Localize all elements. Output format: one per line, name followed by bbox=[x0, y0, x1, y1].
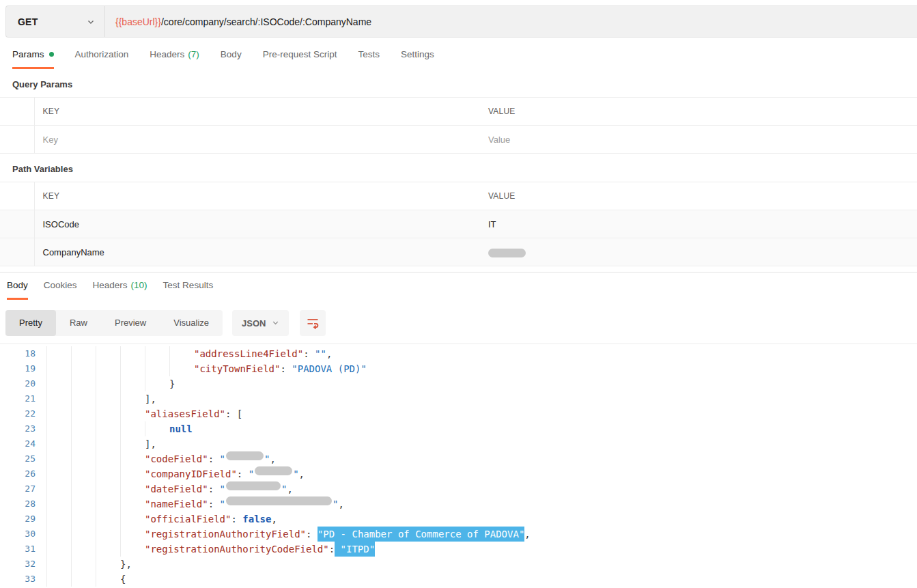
request-tab-settings[interactable]: Settings bbox=[401, 49, 434, 69]
indent-guide bbox=[71, 572, 96, 587]
indent-guide bbox=[96, 527, 120, 542]
indent-guide bbox=[46, 542, 71, 557]
indent-guide bbox=[71, 391, 96, 406]
code-token: " bbox=[249, 466, 254, 481]
code-token: : bbox=[329, 542, 335, 557]
view-mode-pretty[interactable]: Pretty bbox=[5, 310, 56, 336]
code-token: "companyIDField" bbox=[145, 466, 237, 481]
code-token: null bbox=[169, 421, 193, 436]
path-key-cell[interactable]: CompanyName bbox=[34, 238, 480, 266]
line-number: 26 bbox=[0, 466, 36, 481]
code-token: "registrationAuthorityCodeField" bbox=[145, 542, 329, 557]
indent-guide bbox=[120, 527, 145, 542]
indent-guide bbox=[71, 557, 96, 572]
line-number: 32 bbox=[0, 557, 36, 572]
indent-guide bbox=[46, 451, 71, 466]
code-token: : bbox=[208, 451, 220, 466]
indent-guide bbox=[120, 376, 145, 391]
format-select[interactable]: JSON bbox=[232, 310, 289, 336]
indent-guide bbox=[96, 361, 120, 376]
tab-label: Settings bbox=[401, 49, 434, 59]
code-token: { bbox=[120, 572, 126, 587]
path-value-cell[interactable] bbox=[480, 238, 917, 266]
view-mode-preview[interactable]: Preview bbox=[101, 310, 160, 336]
indent-guide bbox=[71, 376, 96, 391]
indent-guide bbox=[71, 361, 96, 376]
code-line: 25"codeField": "", bbox=[0, 451, 917, 466]
indent-guide bbox=[96, 376, 120, 391]
indent-guide bbox=[71, 346, 96, 361]
method-label: GET bbox=[18, 16, 38, 27]
indent-guide bbox=[46, 527, 71, 542]
code-line: 23null bbox=[0, 421, 917, 436]
view-mode-visualize[interactable]: Visualize bbox=[160, 310, 223, 336]
request-tab-authorization[interactable]: Authorization bbox=[75, 49, 129, 69]
indent-guide bbox=[46, 391, 71, 406]
code-token: false bbox=[242, 512, 271, 527]
code-token: : bbox=[208, 481, 220, 496]
request-tab-tests[interactable]: Tests bbox=[358, 49, 380, 69]
indent-guide bbox=[120, 346, 145, 361]
code-token: , bbox=[287, 481, 292, 496]
path-value-cell[interactable]: IT bbox=[480, 210, 917, 238]
row-gutter bbox=[0, 98, 34, 126]
tab-label: Headers bbox=[150, 49, 184, 59]
line-number: 18 bbox=[0, 346, 36, 361]
method-selector[interactable]: GET bbox=[6, 6, 105, 37]
request-tab-pre-request-script[interactable]: Pre-request Script bbox=[263, 49, 337, 69]
indent-guide bbox=[120, 481, 145, 496]
query-key-input[interactable] bbox=[43, 135, 451, 145]
indent-guide bbox=[46, 346, 71, 361]
response-body-code[interactable]: 18"addressLine4Field": "",19"cityTownFie… bbox=[0, 344, 917, 587]
code-token: "cityTownField" bbox=[194, 361, 280, 376]
indent-guide bbox=[46, 557, 71, 572]
indent-guide bbox=[71, 406, 96, 421]
code-token: : bbox=[237, 466, 249, 481]
query-params-title: Query Params bbox=[12, 79, 917, 89]
indent-guide bbox=[71, 466, 96, 481]
query-params-table: KEY VALUE bbox=[0, 97, 917, 154]
code-line: 33{ bbox=[0, 572, 917, 587]
response-tab-test-results[interactable]: Test Results bbox=[163, 280, 214, 300]
request-tab-params[interactable]: Params bbox=[12, 49, 54, 69]
line-number: 33 bbox=[0, 572, 36, 587]
indent-guide bbox=[120, 361, 145, 376]
query-value-input[interactable] bbox=[488, 135, 888, 145]
wrap-text-button[interactable] bbox=[300, 310, 326, 336]
request-url-bar: GET {{baseUrl}}/core/company/search/:ISO… bbox=[5, 5, 917, 38]
line-number: 28 bbox=[0, 496, 36, 512]
code-line: 28"nameField": "", bbox=[0, 496, 917, 512]
chevron-down-icon bbox=[272, 318, 279, 328]
indent-guide bbox=[71, 451, 96, 466]
path-key-cell[interactable]: ISOCode bbox=[34, 210, 480, 238]
response-tab-body[interactable]: Body bbox=[7, 280, 28, 300]
url-input[interactable]: {{baseUrl}}/core/company/search/:ISOCode… bbox=[105, 6, 917, 37]
indent-guide bbox=[96, 451, 120, 466]
code-token: , bbox=[271, 512, 277, 527]
line-number: 24 bbox=[0, 436, 36, 451]
code-token: : bbox=[208, 496, 220, 512]
code-token: "nameField" bbox=[145, 496, 208, 512]
code-token: " bbox=[293, 466, 298, 481]
view-mode-raw[interactable]: Raw bbox=[56, 310, 101, 336]
code-token: : bbox=[303, 346, 315, 361]
request-tab-body[interactable]: Body bbox=[221, 49, 242, 69]
code-token: "officialField" bbox=[145, 512, 231, 527]
highlighted-text: "ITPD" bbox=[335, 542, 375, 557]
code-token: , bbox=[270, 451, 275, 466]
code-token: " bbox=[264, 451, 270, 466]
path-variables-table: KEY VALUE ISOCode IT CompanyName bbox=[0, 182, 917, 266]
code-token: , bbox=[326, 346, 332, 361]
request-tab-headers[interactable]: Headers(7) bbox=[150, 49, 199, 69]
response-tab-headers[interactable]: Headers(10) bbox=[93, 280, 147, 300]
indent-guide bbox=[46, 512, 71, 527]
tab-count-badge: (10) bbox=[131, 280, 147, 290]
row-gutter bbox=[0, 210, 34, 238]
tab-label: Authorization bbox=[75, 49, 129, 59]
url-path: /core/company/search/:ISOCode/:CompanyNa… bbox=[161, 16, 371, 27]
tab-label: Cookies bbox=[44, 280, 77, 290]
code-token: " bbox=[220, 481, 225, 496]
indent-guide bbox=[96, 557, 120, 572]
response-tab-cookies[interactable]: Cookies bbox=[44, 280, 77, 300]
indent-guide bbox=[71, 421, 96, 436]
